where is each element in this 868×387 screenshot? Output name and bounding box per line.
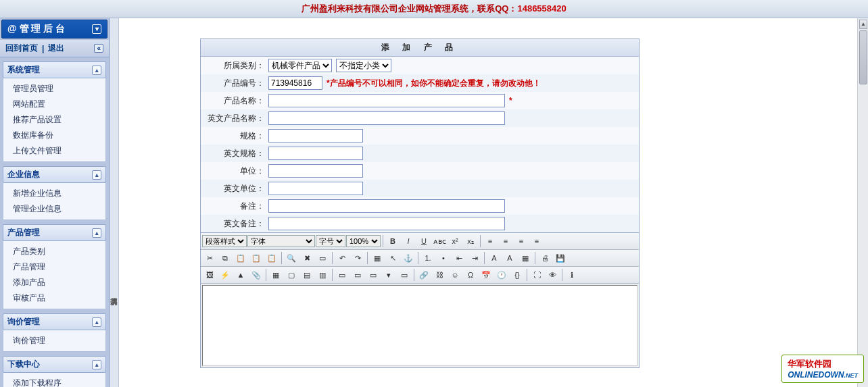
sidebar-item-addcompany[interactable]: 新增企业信息 (3, 186, 105, 201)
input-icon[interactable]: ▭ (350, 268, 365, 282)
preview-icon[interactable]: 👁 (545, 268, 560, 282)
col-icon[interactable]: ▥ (315, 268, 330, 282)
attachment-icon[interactable]: 📎 (249, 268, 264, 282)
sidebar-item-admin[interactable]: 管理员管理 (3, 81, 105, 97)
superscript-icon[interactable]: x² (448, 234, 462, 248)
sidebar-item-prodcat[interactable]: 产品类别 (3, 244, 105, 259)
chevron-up-icon: ▴ (92, 317, 101, 327)
unit-input[interactable] (268, 164, 363, 178)
sidebar-item-addprod[interactable]: 添加产品 (3, 275, 105, 290)
name-en-input[interactable] (268, 111, 505, 125)
button-icon[interactable]: ▭ (366, 268, 381, 282)
chevron-up-icon: ▴ (92, 360, 101, 369)
align-center-icon[interactable]: ≡ (498, 234, 513, 248)
table-icon[interactable]: ▦ (268, 268, 283, 282)
chevron-down-icon[interactable]: ▾ (92, 24, 101, 34)
save-icon[interactable]: 💾 (553, 251, 568, 265)
symbol-icon[interactable]: Ω (463, 268, 478, 282)
underline-icon[interactable]: U (416, 234, 431, 248)
code-icon[interactable]: {} (510, 268, 525, 282)
side-toggle[interactable]: 屏幕切换 (110, 18, 119, 387)
row-icon[interactable]: ▤ (299, 268, 314, 282)
emoji-icon[interactable]: ☺ (448, 268, 462, 282)
bg-pattern-icon[interactable]: ▦ (518, 251, 533, 265)
paste-icon[interactable]: 📋 (233, 251, 248, 265)
ordered-list-icon[interactable]: 1. (420, 251, 435, 265)
date-icon[interactable]: 📅 (479, 268, 493, 282)
paste-word-icon[interactable]: 📋 (264, 251, 279, 265)
unlink-icon[interactable]: ⛓ (432, 268, 447, 282)
menu-header-system[interactable]: 系统管理 ▴ (3, 61, 106, 78)
sidebar-item-prodmgr[interactable]: 产品管理 (3, 259, 105, 275)
code-input[interactable] (268, 76, 322, 90)
media-icon[interactable]: ▲ (233, 268, 248, 282)
remark-input[interactable] (268, 199, 505, 213)
outdent-icon[interactable]: ⇤ (452, 251, 466, 265)
collapse-sidebar-button[interactable]: « (94, 44, 103, 53)
nav-home[interactable]: 回到首页 (5, 43, 38, 54)
strike-icon[interactable]: ᴀʙᴄ (432, 234, 447, 248)
paste-text-icon[interactable]: 📋 (249, 251, 264, 265)
spec-input[interactable] (268, 129, 363, 143)
editor-textarea[interactable] (202, 285, 637, 366)
sidebar-item-recommend[interactable]: 推荐产品设置 (3, 112, 105, 128)
copy-icon[interactable]: ⧉ (218, 251, 233, 265)
find-icon[interactable]: 🔍 (284, 251, 299, 265)
unit-en-input[interactable] (268, 182, 363, 195)
spec-en-input[interactable] (268, 147, 363, 160)
sidebar-item-upload[interactable]: 上传文件管理 (3, 143, 105, 159)
undo-icon[interactable]: ↶ (335, 251, 349, 265)
time-icon[interactable]: 🕐 (494, 268, 509, 282)
category-main-select[interactable]: 机械零件产品 (268, 59, 332, 72)
hr-icon[interactable]: ▭ (315, 251, 330, 265)
unordered-list-icon[interactable]: • (436, 251, 451, 265)
menu-header-product[interactable]: 产品管理 ▴ (3, 224, 106, 241)
align-left-icon[interactable]: ≡ (483, 234, 498, 248)
textarea-icon[interactable]: ▭ (397, 268, 412, 282)
backcolor-icon[interactable]: A (502, 251, 517, 265)
para-style-select[interactable]: 段落样式 (202, 235, 247, 247)
category-sub-select[interactable]: 不指定小类 (336, 59, 391, 72)
cut-icon[interactable]: ✂ (202, 251, 217, 265)
scrollbar[interactable]: ▲ ▼ (857, 18, 868, 387)
print-icon[interactable]: 🖨 (537, 251, 552, 265)
form-icon[interactable]: ▭ (335, 268, 349, 282)
nav-logout[interactable]: 退出 (48, 43, 64, 54)
image-icon[interactable]: 🖼 (202, 268, 217, 282)
font-size-select[interactable]: 字号 (316, 235, 345, 247)
redo-icon[interactable]: ↷ (350, 251, 365, 265)
sidebar-item-siteconfig[interactable]: 网站配置 (3, 97, 105, 112)
remove-format-icon[interactable]: ✖ (299, 251, 314, 265)
editor-toolbar-3: 🖼 ⚡ ▲ 📎 ▦ ▢ ▤ ▥ ▭ ▭ ▭ ▾ ▭ 🔗 ⛓ ☺ Ω (201, 267, 639, 284)
align-right-icon[interactable]: ≡ (514, 234, 529, 248)
forecolor-icon[interactable]: A (487, 251, 502, 265)
scroll-thumb[interactable] (859, 30, 867, 84)
cell-icon[interactable]: ▢ (284, 268, 299, 282)
cursor-icon[interactable]: ↖ (385, 251, 400, 265)
help-icon[interactable]: ℹ (564, 268, 579, 282)
fullscreen-icon[interactable]: ⛶ (529, 268, 544, 282)
sidebar-item-managecompany[interactable]: 管理企业信息 (3, 201, 105, 217)
select-icon[interactable]: ▾ (381, 268, 396, 282)
sidebar-item-quote[interactable]: 询价管理 (3, 333, 105, 349)
sidebar-item-auditprod[interactable]: 审核产品 (3, 290, 105, 306)
link-icon[interactable]: 🔗 (416, 268, 431, 282)
remark-en-input[interactable] (268, 217, 505, 230)
sidebar-item-adddl[interactable]: 添加下载程序 (3, 376, 105, 387)
subscript-icon[interactable]: x₂ (463, 234, 478, 248)
zoom-select[interactable]: 100% (346, 235, 381, 247)
menu-header-company[interactable]: 企业信息 ▴ (3, 166, 106, 183)
menu-header-download[interactable]: 下载中心 ▴ (3, 356, 106, 373)
indent-icon[interactable]: ⇥ (467, 251, 482, 265)
align-justify-icon[interactable]: ≡ (529, 234, 544, 248)
anchor-icon[interactable]: ⚓ (401, 251, 416, 265)
font-family-select[interactable]: 字体 (247, 235, 315, 247)
flash-icon[interactable]: ⚡ (218, 268, 233, 282)
bold-icon[interactable]: B (385, 234, 400, 248)
sidebar-item-dbbackup[interactable]: 数据库备份 (3, 128, 105, 143)
menu-header-quote[interactable]: 询价管理 ▴ (3, 313, 106, 330)
scroll-up-icon[interactable]: ▲ (859, 20, 867, 29)
select-all-icon[interactable]: ▦ (370, 251, 385, 265)
name-input[interactable] (268, 94, 505, 107)
italic-icon[interactable]: I (401, 234, 416, 248)
